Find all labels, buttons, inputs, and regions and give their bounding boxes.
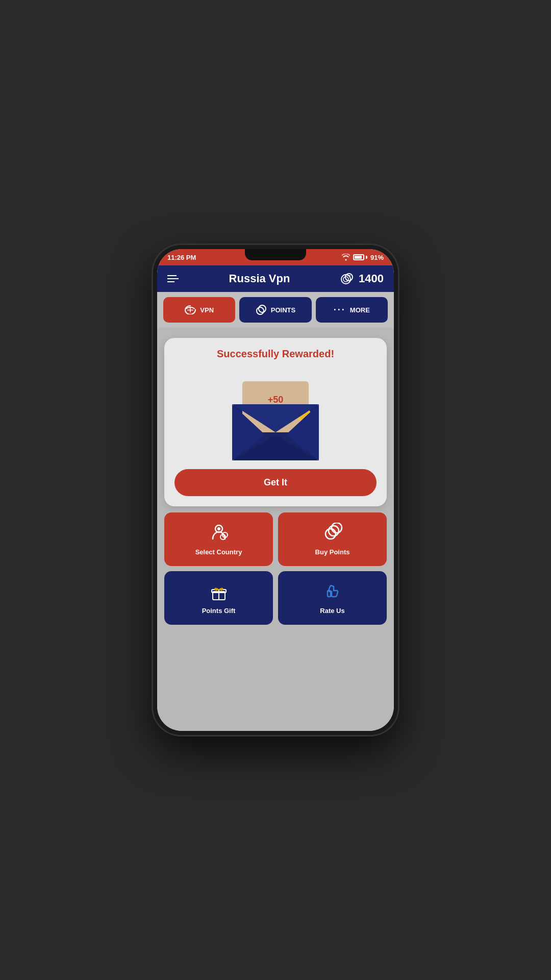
- tab-vpn[interactable]: VPN: [163, 297, 235, 323]
- svg-point-21: [329, 526, 339, 536]
- points-gift-button[interactable]: Points Gift: [164, 571, 273, 625]
- envelope-illustration: +50 Points: [219, 366, 332, 463]
- more-tab-label: MORE: [350, 306, 370, 314]
- svg-point-17: [217, 527, 220, 530]
- get-it-button[interactable]: Get It: [174, 469, 377, 496]
- rate-us-button[interactable]: Rate Us: [278, 571, 387, 625]
- vpn-tab-icon: [185, 305, 196, 314]
- reward-card: Successfully Rewarded! +50 Points: [164, 338, 387, 506]
- rate-us-label: Rate Us: [320, 607, 344, 615]
- svg-point-2: [345, 274, 353, 281]
- tab-more[interactable]: ··· MORE: [316, 297, 388, 323]
- rate-us-icon: [322, 581, 343, 602]
- svg-point-5: [259, 305, 266, 312]
- notch: [245, 249, 306, 260]
- points-display: 1400: [340, 272, 384, 286]
- app-title: Russia Vpn: [229, 272, 290, 285]
- select-country-icon: [209, 523, 229, 543]
- svg-point-20: [325, 529, 336, 539]
- buy-points-button[interactable]: Buy Points: [278, 512, 387, 566]
- phone-screen: 11:26 PM 91%: [157, 249, 394, 731]
- wifi-status-icon: [342, 254, 350, 261]
- coins-header-icon: [340, 272, 355, 286]
- grid-buttons: Select Country Buy Points: [164, 512, 387, 625]
- app-header: Russia Vpn 1400: [157, 265, 394, 292]
- svg-point-22: [332, 523, 342, 533]
- battery-icon: [353, 254, 367, 260]
- nav-tabs: VPN POINTS ··· MORE: [157, 292, 394, 328]
- points-value: 1400: [359, 272, 384, 285]
- buy-points-icon: [322, 523, 343, 543]
- tab-points[interactable]: POINTS: [239, 297, 311, 323]
- reward-title: Successfully Rewarded!: [217, 348, 334, 360]
- main-content: Successfully Rewarded! +50 Points: [157, 328, 394, 731]
- vpn-tab-label: VPN: [200, 306, 214, 314]
- status-time: 11:26 PM: [167, 254, 196, 261]
- status-bar: 11:26 PM 91%: [157, 249, 394, 265]
- buy-points-label: Buy Points: [315, 548, 350, 556]
- select-country-button[interactable]: Select Country: [164, 512, 273, 566]
- phone-frame: 11:26 PM 91%: [153, 245, 398, 735]
- select-country-label: Select Country: [195, 548, 242, 556]
- points-tab-icon: [256, 304, 267, 315]
- points-tab-label: POINTS: [271, 306, 295, 314]
- status-right: 91%: [342, 254, 384, 261]
- points-gift-label: Points Gift: [202, 607, 236, 615]
- envelope-svg: +50 Points: [219, 366, 332, 463]
- svg-point-4: [257, 307, 264, 314]
- svg-text:+50: +50: [268, 395, 284, 405]
- menu-button[interactable]: [167, 275, 179, 282]
- more-dots-icon: ···: [334, 305, 346, 315]
- points-gift-icon: [209, 581, 229, 602]
- battery-percentage: 91%: [370, 254, 384, 261]
